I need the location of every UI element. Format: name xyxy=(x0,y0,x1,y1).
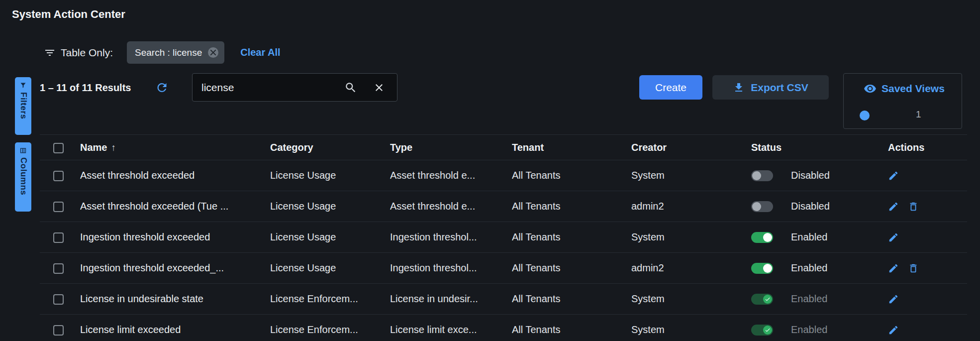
search-box xyxy=(192,73,397,102)
status-toggle[interactable] xyxy=(751,263,773,274)
cell-actions xyxy=(888,294,967,305)
edit-button[interactable] xyxy=(888,294,899,305)
cell-actions xyxy=(888,170,967,181)
cell-category: License Usage xyxy=(270,262,390,274)
tab-columns[interactable]: Columns xyxy=(15,142,31,212)
status-label: Enabled xyxy=(791,231,827,243)
column-header-status[interactable]: Status xyxy=(751,142,888,153)
saved-views-panel: Saved Views 1 xyxy=(843,73,962,129)
search-input[interactable] xyxy=(193,74,397,101)
cell-tenant: All Tenants xyxy=(512,293,631,305)
select-all-checkbox[interactable] xyxy=(53,143,64,153)
chip-remove-icon[interactable] xyxy=(208,47,218,58)
edit-button[interactable] xyxy=(888,325,899,336)
page-title: System Action Center xyxy=(12,8,125,21)
results-count: 1 – 11 of 11 Results xyxy=(40,82,131,94)
toggle-knob xyxy=(763,233,772,242)
cell-type: Ingestion threshol... xyxy=(390,231,512,243)
column-header-creator[interactable]: Creator xyxy=(631,142,751,153)
status-label: Disabled xyxy=(791,170,830,181)
refresh-button[interactable] xyxy=(155,81,169,95)
funnel-icon xyxy=(19,82,27,89)
table-body: Asset threshold exceeded License Usage A… xyxy=(40,160,967,341)
cell-type: License limit exce... xyxy=(390,324,512,336)
cell-status: Enabled xyxy=(751,262,888,274)
column-header-name[interactable]: Name↑ xyxy=(80,142,270,153)
toolbar: 1 – 11 of 11 Results Create Export CSV xyxy=(40,73,967,102)
toggle-knob xyxy=(752,171,761,180)
cell-name: Asset threshold exceeded (Tue ... xyxy=(80,201,270,212)
search-filter-chip[interactable]: Search : license xyxy=(127,41,224,64)
export-csv-label: Export CSV xyxy=(751,82,808,94)
column-header-category[interactable]: Category xyxy=(270,142,390,153)
cell-tenant: All Tenants xyxy=(512,262,631,274)
export-csv-button[interactable]: Export CSV xyxy=(712,75,829,100)
clear-all-button[interactable]: Clear All xyxy=(237,46,283,59)
cell-creator: System xyxy=(631,231,751,243)
column-header-actions: Actions xyxy=(888,142,967,153)
cell-category: License Usage xyxy=(270,231,390,243)
toggle-knob xyxy=(763,326,772,335)
status-toggle xyxy=(751,294,773,305)
check-icon xyxy=(765,296,771,302)
edit-button[interactable] xyxy=(888,232,899,243)
delete-button[interactable] xyxy=(908,201,919,212)
delete-button[interactable] xyxy=(908,263,919,274)
table-row: Ingestion threshold exceeded_... License… xyxy=(40,253,967,284)
saved-views-indicator-dot[interactable] xyxy=(860,111,870,120)
tab-columns-label: Columns xyxy=(18,157,28,195)
status-toggle xyxy=(751,325,773,336)
tab-filters[interactable]: Filters xyxy=(15,77,31,135)
toggle-knob xyxy=(763,295,772,304)
saved-views-button[interactable]: Saved Views xyxy=(861,82,948,96)
filter-bar: Table Only: Search : license Clear All xyxy=(44,41,284,64)
actions-table: Name↑ Category Type Tenant Creator Statu… xyxy=(40,134,967,341)
cell-type: License in undesir... xyxy=(390,293,512,305)
create-button[interactable]: Create xyxy=(639,75,702,100)
check-icon xyxy=(765,327,771,333)
saved-views-label: Saved Views xyxy=(882,83,945,95)
table-header-row: Name↑ Category Type Tenant Creator Statu… xyxy=(40,134,967,160)
row-checkbox[interactable] xyxy=(53,232,64,243)
row-checkbox[interactable] xyxy=(53,325,64,336)
cell-creator: admin2 xyxy=(631,201,751,212)
cell-status: Enabled xyxy=(751,324,888,336)
cell-actions xyxy=(888,263,967,274)
table-row: Asset threshold exceeded (Tue ... Licens… xyxy=(40,191,967,222)
table-only-label: Table Only: xyxy=(61,47,113,59)
column-header-type[interactable]: Type xyxy=(390,142,512,153)
chip-label: Search : license xyxy=(135,47,202,58)
status-toggle[interactable] xyxy=(751,170,773,181)
filter-lines-icon xyxy=(44,47,56,59)
row-checkbox[interactable] xyxy=(53,294,64,305)
edit-button[interactable] xyxy=(888,170,899,181)
toggle-knob xyxy=(752,202,761,211)
eye-icon xyxy=(864,82,877,95)
status-label: Disabled xyxy=(791,201,830,212)
row-checkbox[interactable] xyxy=(53,202,64,212)
cell-status: Enabled xyxy=(751,231,888,243)
status-label: Enabled xyxy=(791,293,827,305)
status-toggle[interactable] xyxy=(751,232,773,243)
sort-asc-icon: ↑ xyxy=(111,142,116,153)
cell-creator: System xyxy=(631,170,751,181)
cell-tenant: All Tenants xyxy=(512,231,631,243)
edit-button[interactable] xyxy=(888,201,899,212)
cell-creator: System xyxy=(631,293,751,305)
column-header-tenant[interactable]: Tenant xyxy=(512,142,631,153)
tab-filters-label: Filters xyxy=(18,92,28,119)
columns-icon xyxy=(19,147,27,154)
cell-tenant: All Tenants xyxy=(512,201,631,212)
search-icon[interactable] xyxy=(344,81,357,94)
table-row: License limit exceeded License Enforcem.… xyxy=(40,315,967,341)
status-label: Enabled xyxy=(791,324,827,336)
edit-button[interactable] xyxy=(888,263,899,274)
cell-name: Ingestion threshold exceeded_... xyxy=(80,262,270,274)
search-clear-icon[interactable] xyxy=(373,82,385,94)
row-checkbox[interactable] xyxy=(53,171,64,181)
cell-tenant: All Tenants xyxy=(512,324,631,336)
status-toggle[interactable] xyxy=(751,201,773,212)
cell-category: License Enforcem... xyxy=(270,293,390,305)
cell-status: Disabled xyxy=(751,201,888,212)
row-checkbox[interactable] xyxy=(53,263,64,274)
